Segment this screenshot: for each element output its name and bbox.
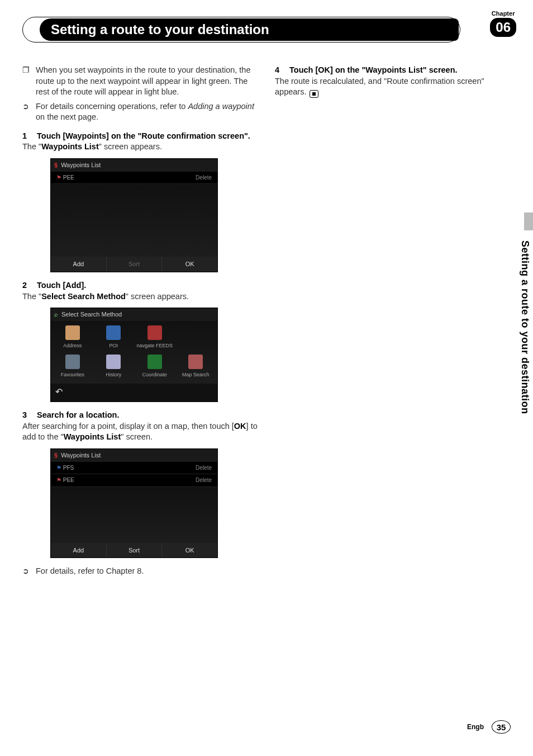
sort-button[interactable]: Sort — [106, 257, 162, 272]
ref-text-b: Adding a waypoint — [188, 102, 254, 111]
add-button[interactable]: Add — [51, 257, 106, 272]
flag-icon: ⚑ — [56, 174, 63, 181]
navgate-feeds-button[interactable]: navgate FEEDS — [134, 324, 175, 353]
chapter-number-badge: 06 — [490, 18, 516, 37]
empty-cell — [175, 324, 217, 353]
map-pin-icon: § — [54, 451, 58, 460]
flag-icon: ⚑ — [56, 477, 63, 483]
delete-button[interactable]: Delete — [196, 464, 212, 472]
step-number: 1 — [22, 131, 37, 142]
map-search-button[interactable]: Map Search — [175, 353, 217, 382]
step-number: 2 — [22, 280, 37, 291]
step-1-body: The "Waypoints List" screen appears. — [22, 141, 258, 153]
page-header: Setting a route to your destination Chap… — [22, 17, 511, 42]
ref-icon: ➲ — [22, 101, 36, 123]
label: Favourites — [61, 372, 84, 377]
left-column: ❐ When you set waypoints in the route to… — [22, 65, 258, 580]
ok-button[interactable]: OK — [161, 257, 217, 272]
ref-bullet: ➲ For details, refer to Chapter 8. — [22, 566, 258, 577]
t: After searching for a point, display it … — [22, 422, 234, 431]
side-tab-label: Setting a route to your destination — [519, 240, 531, 414]
step-1-heading: 1Touch [Waypoints] on the "Route confirm… — [22, 131, 258, 142]
t: Waypoints List — [64, 432, 121, 441]
step-2-heading: 2Touch [Add]. — [22, 280, 258, 291]
step-3-body: After searching for a point, display it … — [22, 421, 258, 443]
t: The " — [22, 292, 41, 301]
flag-icon: ⚑ — [56, 465, 63, 471]
delete-button[interactable]: Delete — [196, 174, 212, 182]
t: " screen appears. — [126, 292, 189, 301]
label: Map Search — [182, 372, 210, 377]
t: The " — [22, 142, 41, 151]
back-button[interactable]: ↶ — [51, 384, 217, 401]
step-4-body: The route is recalculated, and "Route co… — [275, 76, 511, 98]
side-tab: Setting a route to your destination — [517, 212, 533, 503]
label: navgate FEEDS — [136, 343, 173, 348]
add-button[interactable]: Add — [51, 543, 106, 558]
ref-text-a: For details concerning operations, refer… — [36, 102, 188, 111]
step-3-heading: 3Search for a location. — [22, 410, 258, 421]
title-pill: Setting a route to your destination — [22, 17, 460, 42]
note-bullet: ❐ When you set waypoints in the route to… — [22, 65, 258, 98]
note-icon: ❐ — [22, 65, 36, 98]
list-item-label: PEE — [63, 477, 74, 483]
screenshot-title: Waypoints List — [61, 161, 101, 169]
coordinate-button[interactable]: Coordinate — [134, 353, 175, 382]
right-column: 4Touch [OK] on the "Waypoints List" scre… — [275, 65, 511, 580]
label: Address — [63, 343, 82, 348]
address-button[interactable]: Address — [52, 324, 93, 353]
label: History — [106, 372, 121, 377]
step-number: 3 — [22, 410, 37, 421]
step-2-body: The "Select Search Method" screen appear… — [22, 291, 258, 303]
ref-text: For details, refer to Chapter 8. — [36, 566, 258, 577]
map-pin-icon: § — [54, 161, 58, 169]
t: The route is recalculated, and "Route co… — [275, 77, 484, 97]
screenshot-title: Select Search Method — [61, 310, 122, 319]
t: " screen. — [121, 432, 153, 441]
list-item: ⚑ PEE Delete — [51, 474, 217, 487]
ref-icon: ➲ — [22, 566, 36, 577]
screenshot-select-search-method: ⌕ Select Search Method Address POI navga… — [50, 308, 218, 402]
step-1-title: Touch [Waypoints] on the "Route confirma… — [37, 131, 250, 140]
step-4-title: Touch [OK] on the "Waypoints List" scree… — [289, 65, 458, 74]
screenshot-waypoints-list-1: § Waypoints List ⚑ PEE Delete Add Sort O… — [50, 158, 218, 272]
history-button[interactable]: History — [93, 353, 135, 382]
ref-bullet: ➲ For details concerning operations, ref… — [22, 101, 258, 123]
ref-text: For details concerning operations, refer… — [36, 101, 258, 123]
step-3-title: Search for a location. — [37, 410, 119, 419]
list-item: ⚑ PEE Delete — [51, 172, 217, 185]
screenshot-title: Waypoints List — [61, 451, 101, 460]
step-2-title: Touch [Add]. — [37, 281, 86, 290]
label: Coordinate — [142, 372, 167, 377]
language-code: Engb — [467, 723, 484, 731]
t: OK — [234, 422, 246, 431]
chapter-label: Chapter — [492, 10, 515, 17]
list-item-label: PFS — [63, 465, 74, 471]
page-title: Setting a route to your destination — [40, 18, 459, 41]
step-number: 4 — [275, 65, 289, 76]
t: Select Search Method — [41, 292, 126, 301]
label: POI — [109, 343, 118, 348]
delete-button[interactable]: Delete — [196, 476, 212, 484]
note-text: When you set waypoints in the route to y… — [36, 65, 258, 98]
thumb-tab — [524, 212, 533, 230]
t: Waypoints List — [41, 142, 99, 151]
sort-button[interactable]: Sort — [106, 543, 162, 558]
screenshot-waypoints-list-2: § Waypoints List ⚑ PFS Delete ⚑ PEE Dele… — [50, 448, 218, 559]
favourites-button[interactable]: Favourites — [52, 353, 93, 382]
t: " screen appears. — [99, 142, 162, 151]
page-number: 35 — [492, 720, 511, 734]
ref-text-c: on the next page. — [36, 112, 98, 121]
ok-button[interactable]: OK — [161, 543, 217, 558]
poi-button[interactable]: POI — [93, 324, 135, 353]
list-item-label: PEE — [63, 174, 74, 181]
search-icon: ⌕ — [54, 310, 58, 319]
step-4-heading: 4Touch [OK] on the "Waypoints List" scre… — [275, 65, 511, 76]
chapter-indicator: Chapter 06 — [490, 10, 516, 37]
list-item: ⚑ PFS Delete — [51, 462, 217, 475]
page-footer: Engb 35 — [467, 720, 511, 734]
end-of-section-icon — [310, 90, 318, 98]
